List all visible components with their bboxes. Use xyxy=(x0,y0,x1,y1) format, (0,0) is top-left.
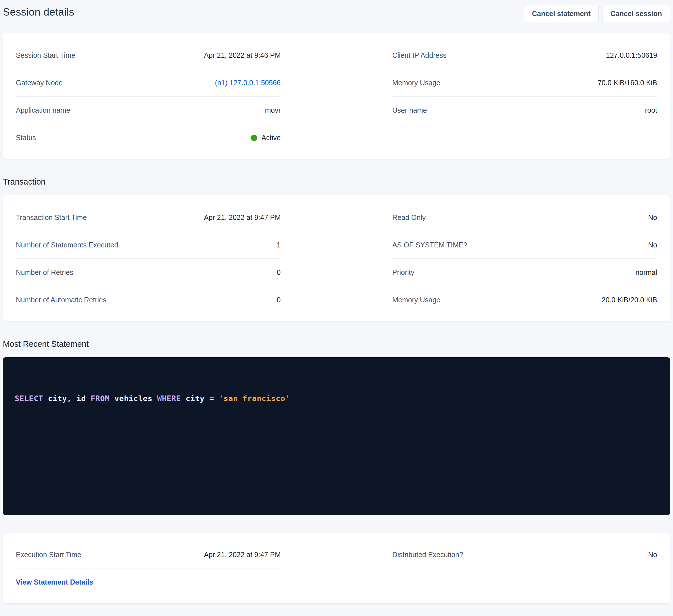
info-value: 20.0 KiB/20.0 KiB xyxy=(602,296,657,304)
transaction-right-column: Read Only No AS OF SYSTEM TIME? No Prior… xyxy=(392,204,657,314)
info-value: 1 xyxy=(277,241,281,249)
info-label: Number of Statements Executed xyxy=(16,241,118,249)
row-session-memory-usage: Memory Usage 70.0 KiB/160.0 KiB xyxy=(392,69,657,96)
info-label: Priority xyxy=(392,268,414,277)
transaction-left-column: Transaction Start Time Apr 21, 2022 at 9… xyxy=(16,204,281,314)
info-label: Memory Usage xyxy=(392,296,440,304)
row-view-statement-details: View Statement Details xyxy=(16,568,281,596)
info-label: Client IP Address xyxy=(392,51,446,59)
session-details-page: Session details Cancel statement Cancel … xyxy=(0,0,673,610)
row-user-name: User name root xyxy=(392,96,657,124)
info-value: Apr 21, 2022 at 9:46 PM xyxy=(204,51,281,59)
info-label: Number of Retries xyxy=(16,268,73,277)
row-gateway-node: Gateway Node (n1) 127.0.0.1:50566 xyxy=(16,69,281,96)
page-title: Session details xyxy=(3,6,74,18)
row-statements-executed: Number of Statements Executed 1 xyxy=(16,231,281,259)
row-priority: Priority normal xyxy=(392,259,657,286)
row-status: Status Active xyxy=(16,124,281,151)
row-automatic-retries: Number of Automatic Retries 0 xyxy=(16,286,281,314)
info-value: 0 xyxy=(277,296,281,304)
status-value: Active xyxy=(261,133,281,142)
cancel-session-button[interactable]: Cancel session xyxy=(602,5,670,22)
row-execution-start-time: Execution Start Time Apr 21, 2022 at 9:4… xyxy=(16,541,281,568)
info-value: 70.0 KiB/160.0 KiB xyxy=(598,79,657,87)
cancel-statement-button[interactable]: Cancel statement xyxy=(524,5,599,22)
transaction-section-heading: Transaction xyxy=(3,177,670,187)
sql-code-block: SELECT city, id FROM vehicles WHERE city… xyxy=(3,357,670,515)
most-recent-statement-heading: Most Recent Statement xyxy=(3,339,670,349)
execution-left-column: Execution Start Time Apr 21, 2022 at 9:4… xyxy=(16,541,281,596)
row-transaction-memory-usage: Memory Usage 20.0 KiB/20.0 KiB xyxy=(392,286,657,314)
info-label: Transaction Start Time xyxy=(16,214,87,222)
info-label: Application name xyxy=(16,106,70,114)
session-summary-card: Session Start Time Apr 21, 2022 at 9:46 … xyxy=(3,33,670,159)
page-header: Session details Cancel statement Cancel … xyxy=(3,4,670,24)
row-application-name: Application name movr xyxy=(16,96,281,124)
info-label: Status xyxy=(16,133,36,142)
execution-right-column: Distributed Execution? No xyxy=(392,541,657,568)
status-badge: Active xyxy=(251,133,281,142)
row-distributed-execution: Distributed Execution? No xyxy=(392,541,657,568)
transaction-card: Transaction Start Time Apr 21, 2022 at 9… xyxy=(3,195,670,321)
info-value: normal xyxy=(636,268,657,277)
info-label: Read Only xyxy=(392,214,426,222)
header-actions: Cancel statement Cancel session xyxy=(524,5,670,22)
row-read-only: Read Only No xyxy=(392,204,657,231)
info-label: Memory Usage xyxy=(392,79,440,87)
gateway-node-link[interactable]: (n1) 127.0.0.1:50566 xyxy=(215,79,281,87)
info-value: 127.0.0.1:50619 xyxy=(606,51,657,59)
row-session-start-time: Session Start Time Apr 21, 2022 at 9:46 … xyxy=(16,42,281,69)
sql-statement: SELECT city, id FROM vehicles WHERE city… xyxy=(15,393,658,404)
row-number-of-retries: Number of Retries 0 xyxy=(16,259,281,286)
info-value: 0 xyxy=(277,268,281,277)
session-summary-left-column: Session Start Time Apr 21, 2022 at 9:46 … xyxy=(16,42,281,151)
info-label: Gateway Node xyxy=(16,79,63,87)
info-label: Session Start Time xyxy=(16,51,75,59)
view-statement-details-link[interactable]: View Statement Details xyxy=(16,578,93,586)
info-value: root xyxy=(645,106,657,114)
info-label: Execution Start Time xyxy=(16,551,81,559)
active-status-icon xyxy=(251,135,257,141)
info-value: movr xyxy=(265,106,281,114)
info-value: No xyxy=(648,214,657,222)
info-value: No xyxy=(648,241,657,249)
row-transaction-start-time: Transaction Start Time Apr 21, 2022 at 9… xyxy=(16,204,281,231)
info-label: AS OF SYSTEM TIME? xyxy=(392,241,467,249)
info-value: Apr 21, 2022 at 9:47 PM xyxy=(204,551,281,559)
row-as-of-system-time: AS OF SYSTEM TIME? No xyxy=(392,231,657,259)
info-value: Apr 21, 2022 at 9:47 PM xyxy=(204,214,281,222)
execution-details-card: Execution Start Time Apr 21, 2022 at 9:4… xyxy=(3,532,670,604)
info-label: User name xyxy=(392,106,427,114)
row-client-ip-address: Client IP Address 127.0.0.1:50619 xyxy=(392,42,657,69)
info-label: Distributed Execution? xyxy=(392,551,463,559)
info-value: No xyxy=(648,551,657,559)
session-summary-right-column: Client IP Address 127.0.0.1:50619 Memory… xyxy=(392,42,657,124)
info-label: Number of Automatic Retries xyxy=(16,296,106,304)
